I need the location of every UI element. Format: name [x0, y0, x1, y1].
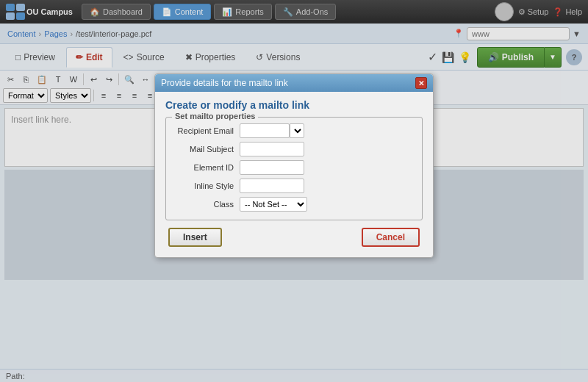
dialog-overlay: Provide details for the mailto link ✕ Cr…: [0, 0, 588, 382]
dialog-section-title: Set mailto properties: [172, 112, 258, 120]
element-id-input[interactable]: [240, 160, 304, 175]
insert-button[interactable]: Insert: [168, 228, 222, 247]
dialog-title: Provide details for the mailto link: [161, 78, 288, 88]
element-id-row: Element ID: [173, 160, 415, 175]
mailto-dialog: Provide details for the mailto link ✕ Cr…: [154, 73, 434, 258]
dialog-close-btn[interactable]: ✕: [415, 77, 427, 89]
inline-style-row: Inline Style: [173, 179, 415, 193]
email-input[interactable]: [240, 123, 290, 138]
subject-label: Mail Subject: [173, 145, 240, 154]
dialog-section: Set mailto properties Recipient Email ▼ …: [165, 117, 423, 220]
email-dropdown[interactable]: ▼: [290, 123, 304, 138]
dialog-actions: Insert Cancel: [165, 228, 423, 250]
dialog-body: Create or modify a mailto link Set mailt…: [155, 92, 433, 257]
cancel-button[interactable]: Cancel: [362, 228, 420, 247]
email-row: Recipient Email ▼: [173, 123, 415, 138]
inline-style-input[interactable]: [240, 179, 304, 193]
class-row: Class -- Not Set --: [173, 197, 415, 212]
dialog-titlebar: Provide details for the mailto link ✕: [155, 74, 433, 92]
inline-style-label: Inline Style: [173, 181, 240, 190]
email-wrapper: ▼: [240, 123, 304, 138]
class-label: Class: [173, 200, 240, 209]
subject-row: Mail Subject: [173, 142, 415, 156]
class-select[interactable]: -- Not Set --: [240, 197, 307, 212]
subject-input[interactable]: [240, 142, 304, 156]
element-id-label: Element ID: [173, 163, 240, 172]
email-label: Recipient Email: [173, 126, 240, 135]
dialog-heading: Create or modify a mailto link: [165, 99, 423, 111]
